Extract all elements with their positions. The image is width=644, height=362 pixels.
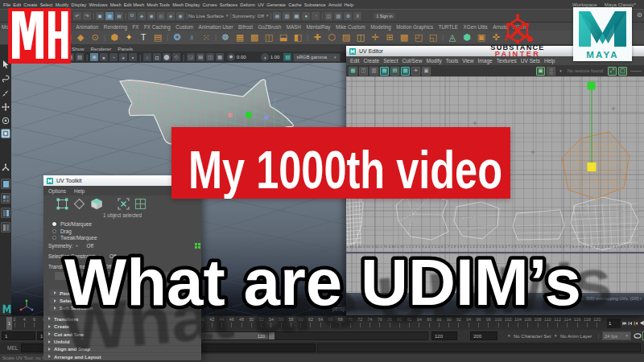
menu-item[interactable]: File: [3, 2, 10, 7]
shelf-tool-icon[interactable]: ✚: [311, 31, 324, 44]
status-icon[interactable]: ⧉: [128, 12, 136, 20]
menu-item[interactable]: Substance: [304, 2, 326, 7]
lasso-tool-icon[interactable]: [1, 74, 10, 84]
character-set-dropdown[interactable]: No Character Set: [514, 334, 551, 339]
menu-item[interactable]: Mesh Tools: [147, 2, 170, 7]
panel-menu-item[interactable]: Renderer: [90, 46, 111, 51]
uv-toolbar-icon[interactable]: ▣: [422, 67, 431, 76]
settings-gear-icon[interactable]: [637, 12, 642, 18]
menu-item[interactable]: Mesh: [110, 2, 122, 7]
viewport-toolbar-icon[interactable]: ◲: [187, 53, 195, 61]
shelf-tool-icon[interactable]: ✦: [122, 31, 135, 44]
shelf-tab[interactable]: Animation: [76, 24, 98, 30]
uv-editor-menu-item[interactable]: Edit: [350, 58, 359, 64]
shelf-tool-icon[interactable]: ✛: [369, 31, 382, 44]
uv-editor-menu-item[interactable]: Cut/Sew: [402, 58, 423, 64]
viewport-toolbar-icon[interactable]: ◉: [90, 53, 98, 61]
shelf-tab[interactable]: FX: [132, 24, 138, 30]
uv-toolbar-icon[interactable]: ◫: [359, 67, 368, 76]
toolkit-section-pinning[interactable]: Pinning: [49, 290, 201, 296]
shelf-tool-icon[interactable]: ☸: [219, 31, 232, 44]
gamma-value[interactable]: 1.00: [270, 55, 280, 60]
go-to-start-button[interactable]: [622, 319, 627, 327]
status-icon[interactable]: ◈: [138, 12, 146, 20]
exposure-value[interactable]: 0.00: [237, 55, 246, 60]
shelf-tool-icon[interactable]: ◫: [262, 31, 275, 44]
rotate-tool-icon[interactable]: [1, 116, 10, 125]
uv-vertex-selection-icon[interactable]: [56, 198, 68, 210]
viewport-toolbar-icon[interactable]: ○: [143, 53, 151, 61]
selection-constraint-dropdown[interactable]: Selection Constraint:▼ Off: [48, 253, 116, 259]
uv-editor-menu-item[interactable]: Tools: [446, 58, 458, 64]
status-icon[interactable]: ◈: [167, 12, 175, 20]
anim-layer-dropdown[interactable]: No Anim Layer: [560, 334, 592, 339]
step-back-frame-button[interactable]: [634, 319, 638, 327]
status-icon[interactable]: ↶: [73, 12, 81, 20]
anim-start-field[interactable]: 1: [2, 331, 35, 340]
toolkit-section-align-and-snap[interactable]: Align and Snap: [43, 346, 201, 352]
uv-editor-menu-item[interactable]: Modify: [426, 58, 441, 64]
toolkit-section-arrange-and-layout[interactable]: Arrange and Layout: [43, 353, 201, 360]
shelf-tab[interactable]: MentalRay: [306, 24, 330, 30]
shelf-tab[interactable]: Motion Graphics: [396, 24, 433, 30]
paint-select-tool-icon[interactable]: [1, 88, 10, 98]
shelf-tool-icon[interactable]: ⬢: [460, 31, 473, 44]
shelf-tool-icon[interactable]: ◬: [446, 31, 459, 44]
shelf-tab[interactable]: Custom: [175, 24, 193, 30]
toolkit-section-unfold[interactable]: Unfold: [43, 338, 201, 344]
shelf-tool-icon[interactable]: ⬡: [325, 31, 338, 44]
last-tool-icon[interactable]: [1, 162, 10, 172]
radio-option[interactable]: Tweak/Marquee: [52, 235, 97, 241]
viewport-toolbar-icon[interactable]: •: [129, 53, 137, 61]
status-icon[interactable]: ◎: [157, 12, 165, 20]
shelf-tool-icon[interactable]: ▨: [340, 31, 353, 44]
viewport-toolbar-icon[interactable]: ●: [100, 53, 108, 61]
shelf-tool-icon[interactable]: ⊙: [89, 31, 101, 44]
shelf-tool-icon[interactable]: ◆: [74, 31, 87, 44]
uv-shell-selection-icon[interactable]: [118, 198, 130, 210]
menu-item[interactable]: Edit Mesh: [124, 2, 144, 7]
viewport-toolbar-icon[interactable]: ◔: [109, 53, 118, 61]
scale-tool-icon[interactable]: [1, 129, 10, 138]
shelf-tool-icon[interactable]: ◰: [412, 31, 425, 44]
shelf-tool-icon[interactable]: ⬓: [277, 31, 290, 44]
shelf-tool-icon[interactable]: ⬢: [108, 31, 121, 44]
shelf-tool-icon[interactable]: ❂: [171, 31, 184, 44]
shelf-tab[interactable]: MASH: [287, 24, 301, 30]
uv-grid-icon[interactable]: [134, 198, 147, 210]
colorspace-dropdown[interactable]: sRGB gamma▼: [293, 53, 340, 62]
menu-item[interactable]: Arnold: [328, 2, 341, 7]
menu-item[interactable]: UV: [258, 2, 264, 7]
playback-end-field[interactable]: 120: [431, 331, 457, 340]
viewport-toolbar-icon[interactable]: ▤: [196, 53, 204, 61]
shelf-tool-icon[interactable]: ▩: [248, 31, 261, 44]
layout-two-pane-button[interactable]: [1, 208, 10, 218]
toolkit-section-create[interactable]: Create: [43, 323, 201, 330]
status-icon[interactable]: ◉: [147, 12, 155, 20]
shelf-tool-icon[interactable]: ◫: [354, 31, 367, 44]
gamma-icon[interactable]: ◑: [261, 53, 269, 61]
status-icon[interactable]: ▣: [96, 12, 104, 20]
status-icon[interactable]: ▥: [283, 12, 291, 20]
uv-toolbar-icon[interactable]: ▤: [390, 67, 399, 76]
status-icon[interactable]: ◫: [324, 12, 332, 20]
shelf-tab[interactable]: TURTLE: [439, 24, 458, 30]
shelf-tool-icon[interactable]: ▦: [233, 31, 246, 44]
toolkit-section-transform[interactable]: Transform: [43, 315, 201, 322]
status-icon[interactable]: ◉: [176, 12, 184, 20]
menu-item[interactable]: Modify: [56, 2, 69, 7]
fps-dropdown[interactable]: 24 fps▼: [602, 331, 631, 340]
uv-toolbar-icon[interactable]: ☀: [411, 67, 420, 76]
viewport-toolbar-icon[interactable]: ▨: [76, 53, 84, 61]
menu-item[interactable]: Help: [345, 2, 354, 7]
uv-toolbar-icon[interactable]: ▦: [401, 67, 410, 76]
viewport-toolbar-icon[interactable]: ◕: [119, 53, 127, 61]
workspace-selector[interactable]: Workspace Maya Classic*: [572, 2, 636, 7]
viewport-toolbar-icon[interactable]: ⬤: [163, 53, 171, 61]
checker-icon[interactable]: ▒: [547, 67, 555, 76]
shelf-tab[interactable]: Animation User: [199, 24, 233, 30]
move-tool-icon[interactable]: [1, 102, 10, 112]
range-handle[interactable]: [268, 332, 275, 339]
menu-item[interactable]: Surfaces: [220, 2, 237, 7]
status-icon[interactable]: ▦: [105, 12, 114, 20]
